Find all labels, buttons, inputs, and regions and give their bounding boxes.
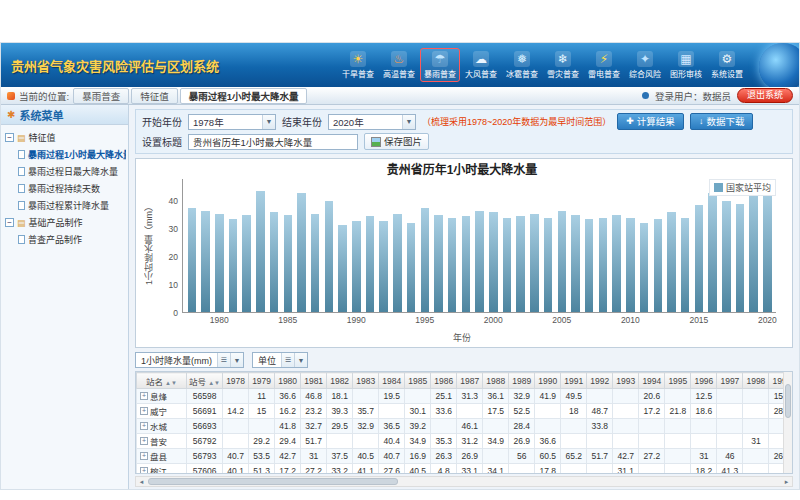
bar-1991 [366,216,374,312]
breadcrumb-tab-3[interactable]: 暴雨过程1小时最大降水量 [180,88,308,104]
value-cell [327,434,353,449]
nav-drought[interactable]: ☀干旱普查 [338,48,378,82]
nav-heat[interactable]: ♨高温普查 [379,48,419,82]
start-year-select[interactable]: 1978年 ▼ [188,114,276,130]
calculate-button[interactable]: ✚ 计算结果 [617,113,684,130]
column-header[interactable]: 1995 [665,373,691,389]
chevron-down-icon[interactable]: ▼ [230,353,243,367]
column-header[interactable]: 站号▲▼ [187,373,223,389]
column-header[interactable]: 1990 [535,373,561,389]
sidebar-item[interactable]: 暴雨过程持续天数 [3,180,126,197]
nav-settings[interactable]: ⚙系统设置 [707,48,747,82]
chevron-down-icon[interactable]: ▼ [294,353,307,367]
filter-icon[interactable]: ☰ [217,353,230,367]
column-header[interactable]: 1992 [587,373,613,389]
value-cell: 28.4 [509,419,535,434]
expand-icon[interactable]: − [5,218,14,227]
sidebar-item[interactable]: 暴雨过程1小时最大降水量 [3,146,126,163]
table-row[interactable]: +榕江5760640.151.317.227.233.241.127.640.5… [137,464,794,475]
column-header[interactable]: 1981 [301,373,327,389]
v-scroll-thumb[interactable] [785,384,791,418]
column-header[interactable]: 1982 [327,373,353,389]
scroll-left-arrow[interactable]: ◂ [136,477,147,486]
value-cell: 33.1 [457,464,483,475]
logout-button[interactable]: 退出系统 [737,88,793,103]
breadcrumb-tab-2[interactable]: 特征值 [131,88,178,104]
breadcrumb-prefix: 当前的位置: [19,89,69,103]
table-row[interactable]: +盘县5679340.753.542.73137.540.540.716.926… [137,449,794,464]
table-row[interactable]: +息烽565981136.646.818.119.525.131.336.132… [137,389,794,404]
nav-wind[interactable]: ☁大风普查 [461,48,501,82]
nav-hail[interactable]: ❅冰雹普查 [502,48,542,82]
column-header[interactable]: 1985 [405,373,431,389]
column-header[interactable]: 站名▲▼ [137,373,187,389]
download-data-button[interactable]: ↓ 数据下载 [690,113,754,130]
scroll-right-arrow[interactable]: ▸ [781,477,792,486]
value-cell: 31 [743,434,769,449]
bar-2007 [585,219,593,312]
column-header[interactable]: 1978 [223,373,249,389]
sidebar-item[interactable]: 暴雨过程累计降水量 [3,197,126,214]
station-name: 水城 [150,420,167,432]
bar-2008 [599,218,607,312]
value-cell: 36.6 [535,434,561,449]
nav-snow[interactable]: ❄雪灾普查 [543,48,583,82]
unit-combo[interactable]: 单位 ☰ ▼ [252,352,308,368]
nav-lightning[interactable]: ⚡雷电普查 [584,48,624,82]
column-header[interactable]: 1996 [691,373,717,389]
column-header[interactable]: 1983 [353,373,379,389]
nav-map-review[interactable]: ▦图形审核 [666,48,706,82]
filter-icon[interactable]: ☰ [281,353,294,367]
expand-row-icon[interactable]: + [140,392,148,400]
earth-globe-image [759,43,799,87]
table-row[interactable]: +普安5679229.229.451.740.434.935.331.234.9… [137,434,794,449]
value-cell: 12.5 [691,389,717,404]
chart-area: 1小时降水量（mm） 19801985199019952000200520102… [142,179,782,329]
tree-group-2[interactable]: −▤基础产品制作 [3,214,126,231]
column-header[interactable]: 1991 [561,373,587,389]
column-header[interactable]: 1979 [249,373,275,389]
value-cell: 26.9 [509,434,535,449]
nav-composite-risk[interactable]: ✦综合风险 [625,48,665,82]
table-row[interactable]: +水城5669341.832.729.532.936.539.246.128.4… [137,419,794,434]
expand-icon[interactable]: − [5,133,14,142]
station-name: 息烽 [150,390,167,402]
sidebar-item[interactable]: 暴雨过程日最大降水量 [3,163,126,180]
column-header[interactable]: 1986 [431,373,457,389]
expand-row-icon[interactable]: + [140,437,148,445]
column-header[interactable]: 1984 [379,373,405,389]
expand-row-icon[interactable]: + [140,407,148,415]
column-header[interactable]: 1998 [743,373,769,389]
column-header[interactable]: 1987 [457,373,483,389]
value-cell: 48.7 [587,404,613,419]
field-combo[interactable]: 1小时降水量(mm) ☰ ▼ [135,352,244,368]
table-row[interactable]: +威宁5669114.21516.223.239.335.730.133.617… [137,404,794,419]
expand-row-icon[interactable]: + [140,422,148,430]
sort-icon[interactable]: ▲▼ [165,380,177,386]
value-cell: 41.3 [717,464,743,475]
save-image-button[interactable]: 保存图片 [364,133,429,150]
column-header[interactable]: 1993 [613,373,639,389]
sidebar-item[interactable]: 普查产品制作 [3,231,126,248]
horizontal-scrollbar[interactable]: ◂ ▸ [135,476,793,487]
expand-row-icon[interactable]: + [140,467,148,474]
column-header[interactable]: 1994 [639,373,665,389]
column-header[interactable]: 1997 [717,373,743,389]
bar-slot [459,179,473,312]
tree-group-1[interactable]: −▤特征值 [3,129,126,146]
vertical-scrollbar[interactable] [783,372,792,473]
value-cell: 26.9 [457,449,483,464]
column-header[interactable]: 1980 [275,373,301,389]
x-axis-label: 年份 [142,331,782,344]
nav-rainstorm[interactable]: ☂暴雨普查 [420,48,460,82]
bar-1994 [407,223,415,312]
end-year-select[interactable]: 2020年 ▼ [328,114,416,130]
h-scroll-thumb[interactable] [148,478,398,485]
expand-row-icon[interactable]: + [140,452,148,460]
column-header[interactable]: 1989 [509,373,535,389]
chart-title-input[interactable] [188,134,358,150]
sort-icon[interactable]: ▲▼ [208,380,220,386]
bar-slot [240,179,254,312]
column-header[interactable]: 1988 [483,373,509,389]
breadcrumb-tab-1[interactable]: 暴雨普查 [73,88,129,104]
